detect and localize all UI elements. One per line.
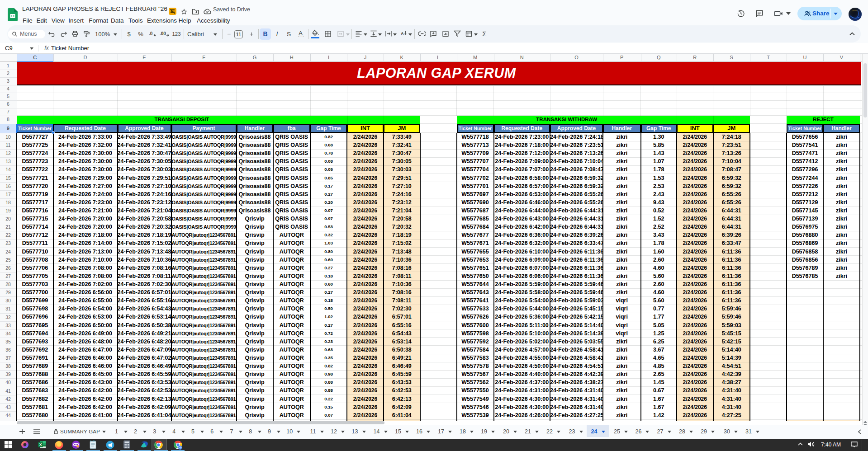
svg-text:X: X — [39, 442, 42, 447]
svg-text:A: A — [401, 31, 404, 36]
svg-text:.0: .0 — [149, 31, 153, 36]
svg-text:.00: .00 — [160, 31, 166, 36]
